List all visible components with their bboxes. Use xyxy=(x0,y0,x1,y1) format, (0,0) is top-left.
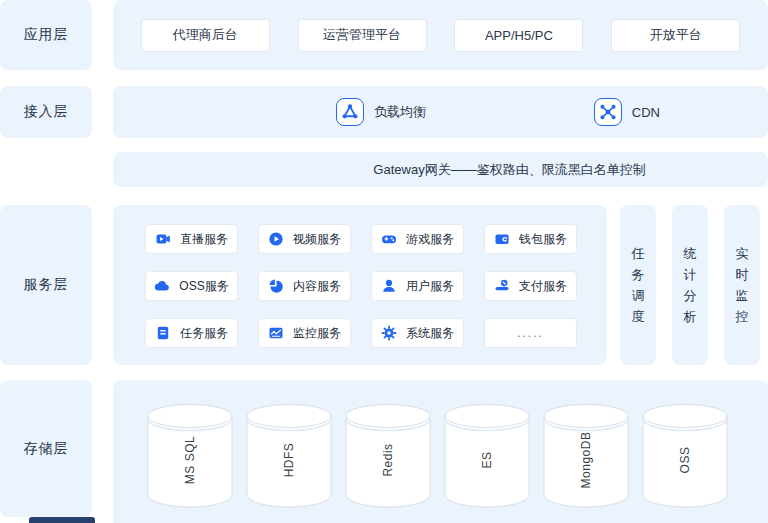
database-label: Redis xyxy=(381,444,395,477)
game-icon xyxy=(381,231,397,247)
layer-label-app: 应用层 xyxy=(0,0,92,70)
service-card-label: 监控服务 xyxy=(293,325,341,342)
service-card-label: 钱包服务 xyxy=(519,231,567,248)
app-platform-box: 开放平台 xyxy=(611,19,740,52)
service-card: 支付服务 xyxy=(484,271,577,301)
layer-label-storage: 存储层 xyxy=(0,380,92,517)
service-layer-panel: 直播服务视频服务游戏服务钱包服务OSS服务内容服务用户服务支付服务任务服务监控服… xyxy=(113,205,607,365)
cdn-icon xyxy=(594,98,622,126)
layer-label-storage-text: 存储层 xyxy=(24,440,69,458)
database-label: ES xyxy=(480,452,494,469)
pay-icon xyxy=(494,278,510,294)
side-column-label: 实时监控 xyxy=(735,243,749,327)
app-platform-box: APP/H5/PC xyxy=(454,19,583,52)
wallet-icon xyxy=(494,231,510,247)
service-card: 用户服务 xyxy=(371,271,464,301)
access-item: CDN xyxy=(594,98,660,126)
database-cylinder: HDFS xyxy=(246,403,332,509)
service-card-label: 内容服务 xyxy=(293,278,341,295)
load-balancer-icon xyxy=(336,98,364,126)
access-item-label: CDN xyxy=(632,105,660,120)
architecture-diagram: 应用层 代理商后台运营管理平台APP/H5/PC开放平台 接入层 负载均衡CDN… xyxy=(0,0,768,523)
storage-layer-panel: MS SQL HDFS Redis ES MongoDB OSS xyxy=(113,380,768,523)
service-card-label: 游戏服务 xyxy=(406,231,454,248)
app-platform-box: 代理商后台 xyxy=(141,19,270,52)
side-column-label: 任务调度 xyxy=(631,243,645,327)
service-card: OSS服务 xyxy=(145,271,238,301)
service-card: 监控服务 xyxy=(258,318,351,348)
database-cylinder: MongoDB xyxy=(543,403,629,509)
gateway-text: Gateway网关——鉴权路由、限流黑白名单控制 xyxy=(373,161,645,179)
layer-label-access: 接入层 xyxy=(0,86,92,138)
bottom-dark-bar xyxy=(29,517,95,523)
database-label: MS SQL xyxy=(183,436,197,484)
layer-label-service-text: 服务层 xyxy=(24,276,69,294)
database-cylinder: ES xyxy=(444,403,530,509)
service-card: 游戏服务 xyxy=(371,224,464,254)
video-icon xyxy=(268,231,284,247)
service-card-label: 视频服务 xyxy=(293,231,341,248)
database-label: HDFS xyxy=(282,443,296,478)
side-column: 统计分析 xyxy=(672,205,708,365)
service-card-label: 直播服务 xyxy=(180,231,228,248)
service-card: 视频服务 xyxy=(258,224,351,254)
oss-icon xyxy=(154,278,170,294)
content-icon xyxy=(268,278,284,294)
gateway-panel: Gateway网关——鉴权路由、限流黑白名单控制 xyxy=(113,152,768,187)
service-card: 系统服务 xyxy=(371,318,464,348)
service-card-label: 支付服务 xyxy=(519,278,567,295)
task-icon xyxy=(155,325,171,341)
user-icon xyxy=(381,278,397,294)
database-cylinder: OSS xyxy=(642,403,728,509)
service-card: 钱包服务 xyxy=(484,224,577,254)
database-cylinder: MS SQL xyxy=(147,403,233,509)
monitor-icon xyxy=(268,325,284,341)
app-platform-box: 运营管理平台 xyxy=(298,19,427,52)
access-layer-panel: 负载均衡CDN xyxy=(113,86,768,138)
service-card-label: 系统服务 xyxy=(406,325,454,342)
side-column-label: 统计分析 xyxy=(683,243,697,327)
service-card-label: ..... xyxy=(517,326,544,340)
service-card: 直播服务 xyxy=(145,224,238,254)
layer-label-access-text: 接入层 xyxy=(24,103,69,121)
database-cylinder: Redis xyxy=(345,403,431,509)
service-card-label: 任务服务 xyxy=(180,325,228,342)
service-card-label: OSS服务 xyxy=(179,278,228,295)
system-icon xyxy=(381,325,397,341)
database-label: OSS xyxy=(678,447,692,474)
side-column: 任务调度 xyxy=(620,205,656,365)
database-label: MongoDB xyxy=(579,432,593,489)
live-icon xyxy=(155,231,171,247)
app-layer-panel: 代理商后台运营管理平台APP/H5/PC开放平台 xyxy=(113,0,768,70)
service-card: 内容服务 xyxy=(258,271,351,301)
service-card: ..... xyxy=(484,318,577,348)
layer-label-service: 服务层 xyxy=(0,205,92,365)
layer-label-app-text: 应用层 xyxy=(24,26,69,44)
service-card-label: 用户服务 xyxy=(406,278,454,295)
access-item: 负载均衡 xyxy=(336,98,426,126)
service-card: 任务服务 xyxy=(145,318,238,348)
access-item-label: 负载均衡 xyxy=(374,103,426,121)
side-column: 实时监控 xyxy=(724,205,760,365)
